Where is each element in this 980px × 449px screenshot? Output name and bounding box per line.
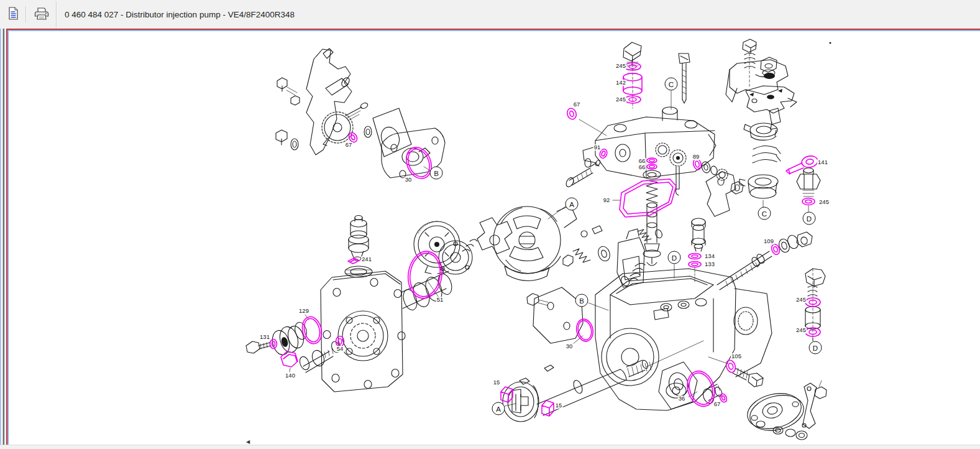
section-ref-C[interactable]: C [665, 78, 678, 91]
section-ref-A[interactable]: A [566, 198, 579, 211]
part-callout-89[interactable]: 89 [692, 154, 700, 160]
document-icon [7, 7, 19, 22]
part-callout-134[interactable]: 134 [704, 253, 715, 259]
part-callout-245[interactable]: 245 [615, 63, 626, 69]
part-callout-67[interactable]: 67 [713, 401, 721, 407]
section-ref-D[interactable]: D [803, 212, 816, 225]
part-callout-36[interactable]: 36 [678, 396, 686, 402]
toolbar-separator [56, 1, 57, 27]
part-callout-140[interactable]: 140 [285, 373, 296, 379]
part-callout-245[interactable]: 245 [615, 96, 626, 103]
part-callout-67[interactable]: 67 [573, 101, 581, 108]
part-callout-30[interactable]: 30 [405, 177, 413, 183]
part-callout-245[interactable]: 245 [795, 297, 807, 303]
document-title: 0 460 484 027 - Distributor injection pu… [65, 10, 295, 19]
toolbar: 0 460 484 027 - Distributor injection pu… [0, 0, 980, 29]
part-callout-92[interactable]: 92 [603, 197, 611, 203]
part-callout-15[interactable]: 15 [493, 379, 501, 386]
toolbar-separator [25, 6, 27, 22]
part-callout-131[interactable]: 131 [259, 334, 270, 340]
part-callout-51[interactable]: 51 [436, 297, 444, 303]
part-callout-129[interactable]: 129 [298, 308, 309, 314]
part-callout-245[interactable]: 245 [795, 327, 807, 333]
part-callout-241[interactable]: 241 [361, 256, 372, 262]
part-callout-67[interactable]: 67 [345, 142, 353, 148]
part-callout-141[interactable]: 141 [817, 159, 828, 165]
window-edge [4, 29, 6, 449]
section-ref-B[interactable]: B [430, 167, 443, 180]
part-callout-15[interactable]: 15 [555, 402, 563, 409]
part-callout-91[interactable]: 91 [593, 144, 602, 150]
part-callout-54[interactable]: 54 [336, 346, 344, 352]
bottom-strip [0, 445, 980, 449]
print-button[interactable] [31, 2, 52, 26]
part-callout-245[interactable]: 245 [818, 199, 830, 205]
part-callout-66[interactable]: 66 [638, 164, 646, 170]
part-callout-105[interactable]: 105 [731, 353, 742, 359]
section-ref-A[interactable]: A [492, 402, 505, 415]
scroll-left-arrow-icon[interactable]: ◀ [246, 440, 250, 445]
section-ref-B[interactable]: B [575, 294, 588, 307]
printer-icon [34, 7, 49, 22]
part-callout-30[interactable]: 30 [566, 343, 574, 349]
part-callout-142[interactable]: 142 [615, 80, 626, 86]
part-callout-133[interactable]: 133 [704, 261, 715, 267]
part-callout-109[interactable]: 109 [763, 238, 774, 244]
section-ref-C[interactable]: C [758, 207, 771, 220]
section-ref-D[interactable]: D [668, 251, 681, 264]
section-ref-D[interactable]: D [809, 341, 822, 354]
document-button[interactable] [2, 2, 24, 26]
callout-layer: 2451422456791666689921412451091341336730… [0, 0, 980, 449]
